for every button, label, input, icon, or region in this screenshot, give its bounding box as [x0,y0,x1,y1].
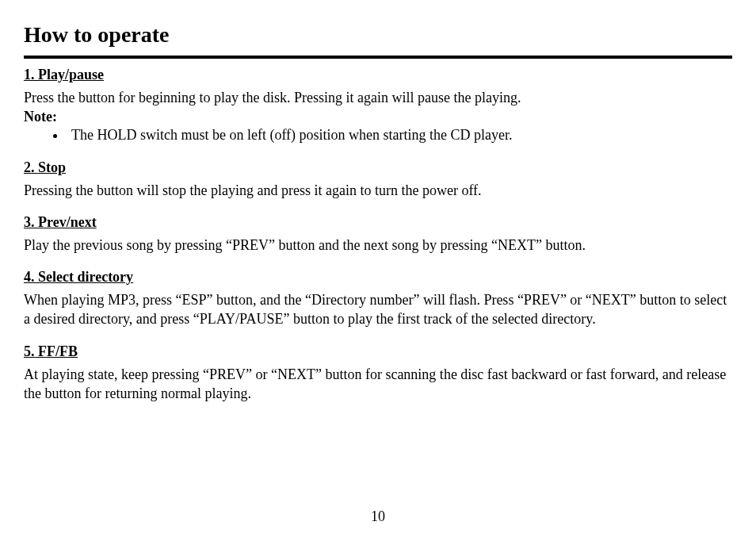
section-body: Press the button for beginning to play t… [24,88,732,107]
section-body: At playing state, keep pressing “PREV” o… [24,365,732,404]
section-body: Play the previous song by pressing “PREV… [24,236,732,255]
section-heading: 4. Select directory [24,269,732,286]
section-prev-next: 3. Prev/next Play the previous song by p… [24,214,732,255]
section-body: Pressing the button will stop the playin… [24,181,732,200]
section-stop: 2. Stop Pressing the button will stop th… [24,159,732,200]
section-heading: 2. Stop [24,159,732,176]
section-body: When playing MP3, press “ESP” button, an… [24,290,732,329]
section-play-pause: 1. Play/pause Press the button for begin… [24,67,732,145]
section-ff-fb: 5. FF/FB At playing state, keep pressing… [24,343,732,404]
title-rule [24,56,732,59]
section-select-directory: 4. Select directory When playing MP3, pr… [24,269,732,329]
page-number: 10 [0,508,756,525]
section-heading: 3. Prev/next [24,214,732,231]
note-label: Note: [24,109,732,125]
page-title: How to operate [24,22,732,48]
section-heading: 1. Play/pause [24,67,732,83]
note-item: The HOLD switch must be on left (off) po… [67,125,732,144]
note-list: The HOLD switch must be on left (off) po… [67,125,732,144]
section-heading: 5. FF/FB [24,343,732,360]
